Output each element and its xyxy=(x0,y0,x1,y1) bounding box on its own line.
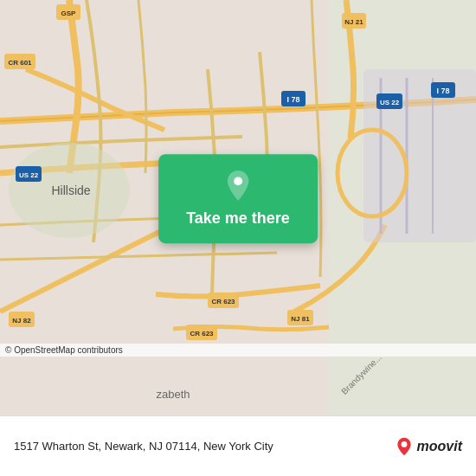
svg-text:CR 623: CR 623 xyxy=(211,298,235,306)
svg-text:I 78: I 78 xyxy=(436,87,449,95)
svg-text:Hillside: Hillside xyxy=(51,183,90,197)
moovit-logo: moovit xyxy=(395,437,462,456)
map-area: I 78 US 22 US 22 I 78 NJ 21 GSP CR 601 N… xyxy=(0,0,476,415)
bottom-bar: 1517 Wharton St, Newark, NJ 07114, New Y… xyxy=(0,415,476,476)
svg-text:US 22: US 22 xyxy=(19,171,39,179)
button-label: Take me there xyxy=(186,209,290,228)
moovit-pin-icon xyxy=(395,437,414,456)
svg-point-30 xyxy=(234,177,242,185)
svg-text:NJ 21: NJ 21 xyxy=(344,18,363,26)
svg-point-31 xyxy=(401,441,407,447)
svg-text:zabeth: zabeth xyxy=(156,388,190,401)
svg-text:CR 623: CR 623 xyxy=(190,330,214,338)
moovit-wordmark: moovit xyxy=(417,439,462,454)
svg-text:US 22: US 22 xyxy=(380,99,400,106)
take-me-there-button[interactable]: Take me there xyxy=(158,154,318,243)
map-attribution: © OpenStreetMap contributors xyxy=(0,344,476,357)
svg-text:GSP: GSP xyxy=(61,10,77,17)
svg-text:NJ 81: NJ 81 xyxy=(291,315,310,323)
app-container: I 78 US 22 US 22 I 78 NJ 21 GSP CR 601 N… xyxy=(0,0,476,476)
svg-text:NJ 82: NJ 82 xyxy=(12,317,31,325)
location-pin-icon xyxy=(222,170,254,201)
svg-text:I 78: I 78 xyxy=(286,95,299,104)
address-text: 1517 Wharton St, Newark, NJ 07114, New Y… xyxy=(14,440,395,453)
svg-text:CR 601: CR 601 xyxy=(8,59,32,67)
